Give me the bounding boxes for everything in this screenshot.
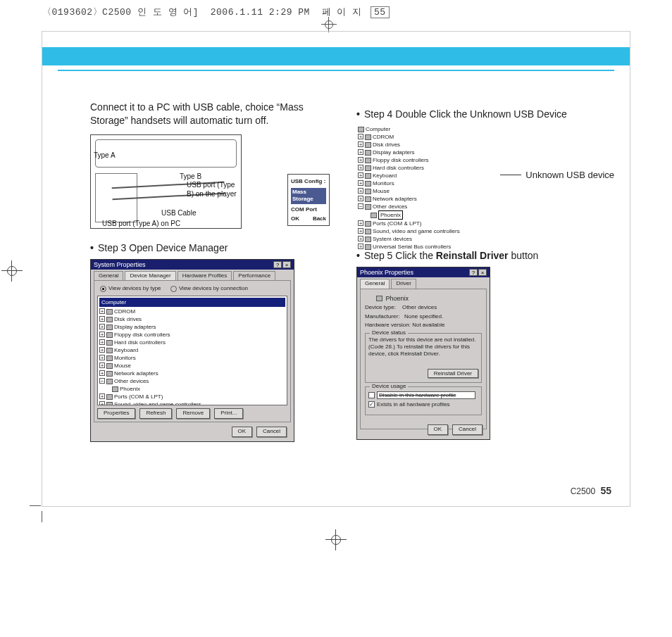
window-buttons: ?× — [468, 267, 487, 277]
tree-item[interactable]: Network adapters — [114, 370, 158, 377]
tree-item[interactable]: Hard disk controllers — [373, 165, 424, 171]
cancel-button[interactable]: Cancel — [452, 424, 483, 435]
crop-tick — [42, 511, 42, 522]
usb-config-back: Back — [313, 215, 326, 223]
tab-device-manager[interactable]: Device Manager — [125, 271, 175, 281]
radio-by-type[interactable] — [100, 286, 106, 292]
tree-item[interactable]: Monitors — [373, 180, 394, 187]
titlebar: System Properties ?× — [91, 260, 294, 270]
page-footer: C2500 55 — [571, 485, 611, 496]
label-usb-cable: USB Cable — [161, 208, 196, 218]
usb-config-mass-storage: Mass Storage — [291, 188, 326, 205]
tree-item[interactable]: Hard disk controllers — [114, 339, 166, 346]
device-name: Phoenix — [386, 295, 409, 302]
tabs: General Driver — [357, 277, 490, 289]
ok-cancel-row: OK Cancel — [428, 424, 483, 435]
tree-item[interactable]: CDROM — [373, 134, 394, 140]
usb-config-title: USB Config : — [291, 177, 326, 187]
ok-button[interactable]: OK — [232, 427, 253, 437]
header-code: 〈0193602〉C2500 — [42, 7, 132, 18]
usb-diagram: Type A Type B USB port (Type B) on the p… — [90, 134, 330, 232]
pointer-label: Unknown USB device — [525, 169, 614, 182]
registration-mark-bottom — [325, 529, 347, 550]
step-5: •Step 5 Click the Reinstall Driver butto… — [356, 249, 614, 263]
label-port-a: USB port (Type A) on PC — [102, 219, 180, 229]
tree-item[interactable]: Display adapters — [114, 324, 156, 330]
ok-cancel-row: OK Cancel — [232, 427, 287, 437]
step-3: •Step 3 Open Device Manager — [90, 241, 335, 255]
tree-item[interactable]: Keyboard — [114, 347, 138, 353]
tree-item[interactable]: Other devices — [114, 378, 149, 384]
question-icon — [376, 296, 382, 301]
help-icon[interactable]: ? — [469, 269, 478, 276]
tree-item[interactable]: Universal Serial Bus controllers — [373, 244, 451, 250]
radio-by-connection[interactable] — [170, 286, 177, 292]
phoenix-properties-window: Phoenix Properties ?× General Driver Pho… — [356, 267, 490, 440]
device-usage-group: Device usage Disable in this hardware pr… — [365, 386, 482, 415]
tree-item[interactable]: Floppy disk controllers — [373, 157, 429, 163]
tree-item[interactable]: CDROM — [114, 308, 135, 315]
checkbox-disable[interactable] — [368, 392, 375, 398]
device-tree[interactable]: Computer +CDROM +Disk drives +Display ad… — [97, 296, 287, 405]
tree-item[interactable]: Ports (COM & LPT) — [373, 220, 421, 227]
tree-item[interactable]: Sound, video and game controllers — [373, 228, 460, 234]
header-ornament — [321, 17, 337, 32]
tree-item[interactable]: Display adapters — [373, 149, 415, 156]
tree-root: Computer — [99, 298, 285, 307]
tree-item[interactable]: Other devices — [373, 203, 407, 210]
properties-button[interactable]: Properties — [97, 408, 135, 419]
intro-text: Connect it to a PC with USB cable, choic… — [90, 101, 335, 127]
pointer-line — [500, 175, 521, 175]
tab-performance[interactable]: Performance — [233, 271, 275, 281]
tree-item[interactable]: Floppy disk controllers — [114, 332, 170, 338]
tree-item[interactable]: Mouse — [114, 362, 131, 369]
device-manager-figure: Computer +CDROM +Disk drives +Display ad… — [356, 124, 614, 242]
print-header: 〈0193602〉C2500 인 도 영 어] 2006.1.11 2:29 P… — [42, 6, 390, 18]
window-buttons: ?× — [273, 260, 291, 270]
footer-page: 55 — [600, 485, 611, 496]
header-pageprefix: 페 이 지 — [322, 7, 362, 18]
tab-general[interactable]: General — [94, 271, 123, 281]
header-lang: 인 도 영 어] — [137, 7, 199, 18]
tree-item[interactable]: Disk drives — [373, 141, 400, 148]
tree-item[interactable]: Disk drives — [114, 316, 142, 322]
tree-item-phoenix-highlight[interactable]: Phoenix — [378, 210, 403, 220]
tree-item[interactable]: Keyboard — [373, 172, 397, 179]
ok-button[interactable]: OK — [428, 424, 449, 435]
tree-item[interactable]: Monitors — [114, 355, 136, 361]
close-icon[interactable]: × — [478, 269, 487, 276]
remove-button[interactable]: Remove — [176, 408, 210, 419]
usb-config-com-port: COM Port — [291, 206, 326, 215]
page: 〈0193602〉C2500 인 도 영 어] 2006.1.11 2:29 P… — [0, 0, 672, 637]
header-underline — [58, 70, 614, 71]
tree-item[interactable]: Sound, video and game controllers — [114, 401, 201, 405]
reinstall-driver-button[interactable]: Reinstall Driver — [428, 369, 478, 378]
tree-item[interactable]: System devices — [373, 236, 412, 242]
print-button[interactable]: Print... — [214, 408, 243, 419]
tree-item-phoenix[interactable]: Phoenix — [120, 386, 140, 392]
header-timestamp: 2006.1.11 2:29 PM — [211, 7, 310, 18]
view-by-row: View devices by type View devices by con… — [100, 285, 287, 293]
help-icon[interactable]: ? — [273, 261, 282, 268]
panel: View devices by type View devices by con… — [94, 280, 291, 422]
window-title: System Properties — [94, 260, 146, 270]
device-tree-small: Computer +CDROM +Disk drives +Display ad… — [356, 124, 497, 242]
cancel-button[interactable]: Cancel — [256, 427, 287, 437]
tab-general[interactable]: General — [360, 279, 390, 289]
tab-hw-profiles[interactable]: Hardware Profiles — [178, 271, 232, 281]
close-icon[interactable]: × — [282, 261, 291, 268]
device-outline — [95, 139, 237, 168]
label-port-b: USB port (Type B) on the player — [187, 180, 239, 199]
refresh-button[interactable]: Refresh — [139, 408, 172, 419]
step-4: •Step 4 Double Click the Unknown USB Dev… — [356, 108, 614, 121]
checkbox-exists[interactable]: ✓ — [368, 401, 375, 408]
right-column: •Step 4 Double Click the Unknown USB Dev… — [352, 101, 614, 464]
tree-item[interactable]: Mouse — [373, 188, 390, 194]
crop-tick — [30, 505, 41, 506]
tree-root: Computer — [366, 126, 390, 132]
tree-item[interactable]: Ports (COM & LPT) — [114, 393, 163, 400]
tree-item[interactable]: Network adapters — [373, 196, 417, 202]
status-text: The drivers for this device are not inst… — [368, 336, 478, 358]
tab-driver[interactable]: Driver — [391, 279, 416, 289]
button-row: Properties Refresh Remove Print... — [97, 408, 287, 419]
